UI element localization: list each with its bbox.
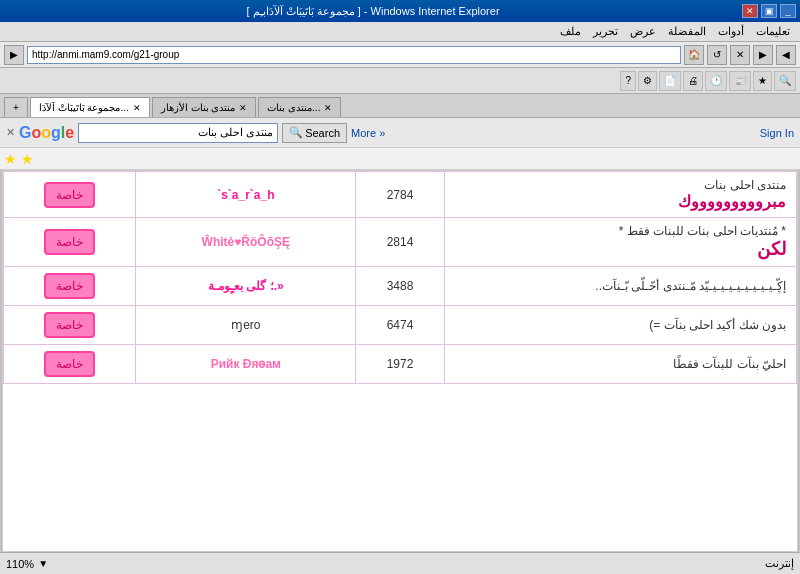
google-more-link[interactable]: More » <box>351 127 385 139</box>
restore-btn[interactable]: ▣ <box>761 4 777 18</box>
google-logo: Google <box>19 124 74 142</box>
tab-new[interactable]: + <box>4 97 28 117</box>
khasa-btn-2[interactable]: خاصة <box>44 229 95 255</box>
menu-malaf[interactable]: ملف <box>554 23 587 40</box>
cell-title-3: إڮّـيـيـيـيـيـيـيـيـيّد مّـنتدى أحّـلّى … <box>444 267 796 306</box>
history-toolbar-btn[interactable]: 🕐 <box>705 71 727 91</box>
window-controls[interactable]: _ ▣ ✕ <box>742 4 796 18</box>
cell-btn-2: خاصة <box>4 218 136 267</box>
khasa-btn-1[interactable]: خاصة <box>44 182 95 208</box>
cell-btn-1: خاصة <box>4 172 136 218</box>
cell-num-4: 6474 <box>356 306 444 345</box>
cell-num-2: 2814 <box>356 218 444 267</box>
favorites-star-icon: ★ <box>4 151 17 167</box>
cell-num-3: 3488 <box>356 267 444 306</box>
status-bar: إنترنت 110% ▼ <box>0 552 800 574</box>
tab-close-2[interactable]: ✕ <box>239 103 247 113</box>
menu-tahrir[interactable]: تحرير <box>587 23 624 40</box>
table-row: منتدى احلى بنات مبروووووووووك 2784 s`a_r… <box>4 172 797 218</box>
status-text: إنترنت <box>765 557 794 570</box>
cell-btn-4: خاصة <box>4 306 136 345</box>
zoom-btn[interactable]: ▼ <box>38 558 48 569</box>
tab-2[interactable]: منتدى بنات الأزهار ✕ <box>152 97 257 117</box>
cell-num-1: 2784 <box>356 172 444 218</box>
table-row: احليّ بنآت للبنآت فقطًا 1972 Рийк Ðяөам … <box>4 345 797 384</box>
khasa-btn-5[interactable]: خاصة <box>44 351 95 377</box>
status-zoom: 110% ▼ <box>6 558 48 570</box>
cell-user-1: s`a_r`a_h` <box>136 172 356 218</box>
zoom-label: 110% <box>6 558 34 570</box>
window-title: Windows Internet Explorer - [ مجموعة بَا… <box>4 5 742 18</box>
tab-bar: + مجموعة بَاتَيبَاتْ آلآدَا... ✕ منتدى ب… <box>0 94 800 118</box>
cell-title-2: * مُنتديات احلى بنات للبنات فقط * لكن <box>444 218 796 267</box>
decoration-2: لكن <box>757 239 786 259</box>
google-bar: ✕ Google 🔍 Search More » Sign In <box>0 118 800 148</box>
forward-btn[interactable]: ▶ <box>753 45 773 65</box>
tab-close-3[interactable]: ✕ <box>324 103 332 113</box>
menu-adawat[interactable]: أدوات <box>712 23 750 40</box>
menu-taleemat[interactable]: تعليمات <box>750 23 796 40</box>
cell-btn-5: خاصة <box>4 345 136 384</box>
close-btn[interactable]: ✕ <box>742 4 758 18</box>
help-toolbar-btn[interactable]: ? <box>620 71 636 91</box>
favorites-bar: ★ ★ <box>0 148 800 170</box>
cell-user-3: «.؛ گلى بعـٍومـة <box>136 267 356 306</box>
google-close-btn[interactable]: ✕ <box>6 126 15 139</box>
cell-num-5: 1972 <box>356 345 444 384</box>
feeds-toolbar-btn[interactable]: 📰 <box>729 71 751 91</box>
table-row: بدون شك أكيد احلى بنآت =) 6474 ɱero خاصة <box>4 306 797 345</box>
favorites-star2-icon: ★ <box>21 151 34 167</box>
search-toolbar-btn[interactable]: 🔍 <box>774 71 796 91</box>
home-btn[interactable]: 🏠 <box>684 45 704 65</box>
back-btn[interactable]: ◀ <box>776 45 796 65</box>
go-btn[interactable]: ▶ <box>4 45 24 65</box>
menu-mofadala[interactable]: المفضلة <box>662 23 712 40</box>
tab-3[interactable]: منتدى بنات... ✕ <box>258 97 341 117</box>
cell-user-2: Ŵhitė♥ŘöÔõŞĘ <box>136 218 356 267</box>
minimize-btn[interactable]: _ <box>780 4 796 18</box>
cell-title-5: احليّ بنآت للبنآت فقطًا <box>444 345 796 384</box>
menu-bar: تعليمات أدوات المفضلة عرض تحرير ملف <box>0 22 800 42</box>
toolbar: 🔍 ★ 📰 🕐 🖨 📄 ⚙ ? <box>0 68 800 94</box>
search-icon: 🔍 <box>289 126 303 139</box>
decoration-1: مبروووووووووك <box>678 193 786 210</box>
address-bar: ◀ ▶ ✕ ↺ 🏠 ▶ <box>0 42 800 68</box>
address-input[interactable] <box>27 46 681 64</box>
print-toolbar-btn[interactable]: 🖨 <box>683 71 703 91</box>
stop-btn[interactable]: ✕ <box>730 45 750 65</box>
forum-table: منتدى احلى بنات مبروووووووووك 2784 s`a_r… <box>3 171 797 384</box>
cell-title-1: منتدى احلى بنات مبروووووووووك <box>444 172 796 218</box>
google-search-button[interactable]: 🔍 Search <box>282 123 347 143</box>
google-signin-link[interactable]: Sign In <box>760 127 794 139</box>
main-content: منتدى احلى بنات مبروووووووووك 2784 s`a_r… <box>2 170 798 552</box>
table-row: إڮّـيـيـيـيـيـيـيـيـيّد مّـنتدى أحّـلّى … <box>4 267 797 306</box>
title-bar: _ ▣ ✕ Windows Internet Explorer - [ مجمو… <box>0 0 800 22</box>
table-row: * مُنتديات احلى بنات للبنات فقط * لكن 28… <box>4 218 797 267</box>
cell-title-4: بدون شك أكيد احلى بنآت =) <box>444 306 796 345</box>
refresh-btn[interactable]: ↺ <box>707 45 727 65</box>
tab-close-main[interactable]: ✕ <box>133 103 141 113</box>
favorites-toolbar-btn[interactable]: ★ <box>753 71 772 91</box>
cell-btn-3: خاصة <box>4 267 136 306</box>
page-toolbar-btn[interactable]: 📄 <box>659 71 681 91</box>
google-search-input[interactable] <box>78 123 278 143</box>
khasa-btn-3[interactable]: خاصة <box>44 273 95 299</box>
cell-user-5: Рийк Ðяөам <box>136 345 356 384</box>
khasa-btn-4[interactable]: خاصة <box>44 312 95 338</box>
cell-user-4: ɱero <box>136 306 356 345</box>
tab-main[interactable]: مجموعة بَاتَيبَاتْ آلآدَا... ✕ <box>30 97 150 117</box>
tools-toolbar-btn[interactable]: ⚙ <box>638 71 657 91</box>
menu-ard[interactable]: عرض <box>624 23 662 40</box>
